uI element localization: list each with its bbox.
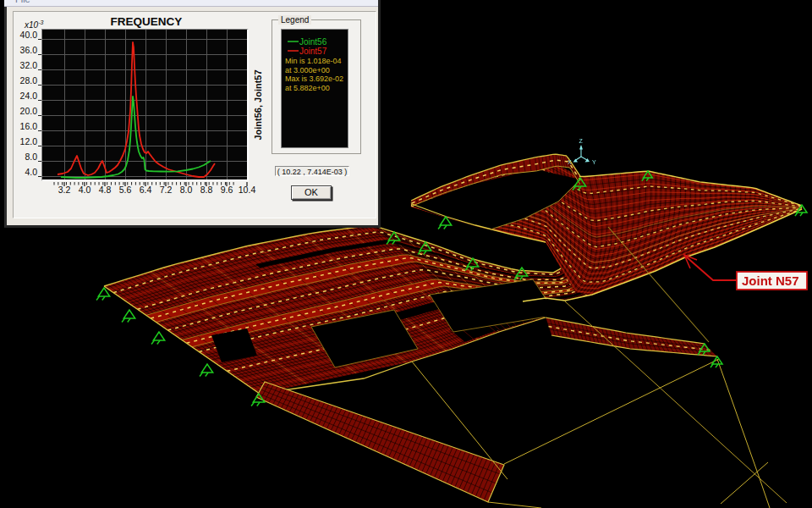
svg-text:at 5.882e+00: at 5.882e+00: [285, 84, 330, 92]
svg-text:at 3.000e+00: at 3.000e+00: [285, 66, 330, 75]
svg-text:Max is 3.692e-02: Max is 3.692e-02: [285, 75, 343, 83]
svg-text:Min is 1.018e-04: Min is 1.018e-04: [285, 57, 342, 65]
svg-text:Joint57: Joint57: [299, 47, 327, 56]
svg-text:Joint56: Joint56: [299, 37, 327, 47]
